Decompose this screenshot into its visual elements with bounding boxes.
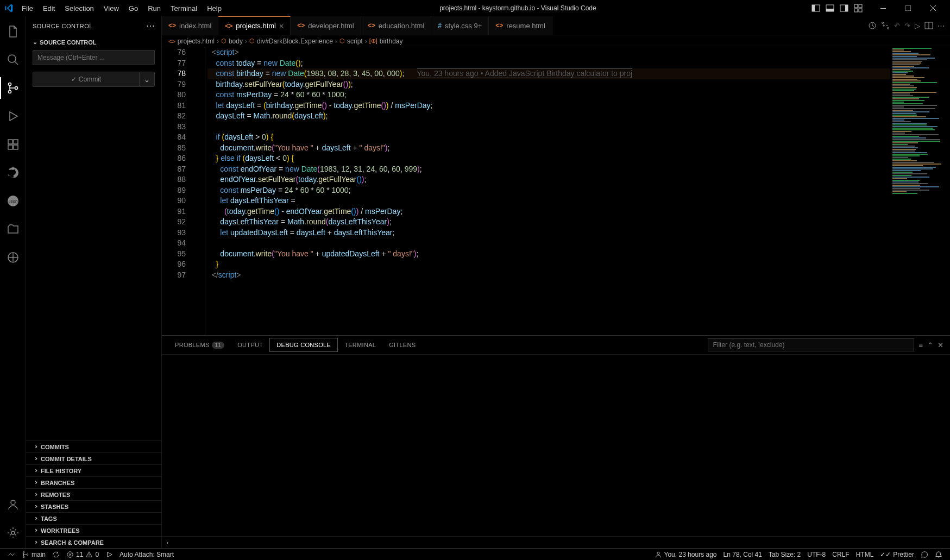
split-editor-icon[interactable] — [924, 21, 933, 30]
close-tab-icon[interactable]: × — [279, 22, 284, 30]
code-line-85[interactable]: document.write("You have " + daysLeft + … — [207, 143, 950, 154]
cursor-position-status[interactable]: Ln 78, Col 41 — [720, 551, 765, 558]
maximize-button[interactable] — [896, 0, 921, 16]
minimap[interactable] — [890, 47, 950, 335]
code-line-83[interactable] — [207, 122, 950, 133]
layout-panel-icon[interactable] — [824, 2, 836, 14]
code-line-79[interactable]: birthday.setFullYear(today.getFullYear()… — [207, 79, 950, 90]
github-icon[interactable] — [0, 162, 26, 184]
git-branch-status[interactable]: main — [18, 551, 49, 558]
notifications-icon[interactable] — [932, 551, 946, 558]
run-debug-icon[interactable] — [0, 105, 26, 127]
scm-section-search-compare[interactable]: ⌄SEARCH & COMPARE — [26, 536, 161, 548]
scm-provider-header[interactable]: ⌄ SOURCE CONTROL — [26, 37, 161, 47]
prev-change-icon[interactable]: ↶ — [894, 22, 900, 30]
code-line-92[interactable]: daysLeftThisYear = Math.round(daysLeftTh… — [207, 217, 950, 228]
breadcrumb-item[interactable]: ⬡script — [339, 37, 363, 45]
commit-button[interactable]: ✓ Commit — [33, 72, 140, 87]
breadcrumb-item[interactable]: [⊕]birthday — [369, 37, 403, 45]
scm-section-tags[interactable]: ⌄TAGS — [26, 512, 161, 524]
scm-section-stashes[interactable]: ⌄STASHES — [26, 500, 161, 512]
debug-console-body[interactable] — [162, 355, 950, 536]
code-line-76[interactable]: <script> — [207, 47, 950, 58]
menu-view[interactable]: View — [99, 2, 123, 15]
debug-input-prompt[interactable]: › — [162, 536, 950, 548]
breadcrumb-item[interactable]: ⬡div#DarkBlock.Experience — [249, 37, 333, 45]
code-line-82[interactable]: daysLeft = Math.round(daysLeft); — [207, 111, 950, 122]
customize-layout-icon[interactable] — [852, 2, 864, 14]
code-line-87[interactable]: const endOfYear = new Date(1983, 12, 31,… — [207, 164, 950, 175]
panel-tab-problems[interactable]: PROBLEMS11 — [168, 338, 231, 351]
layout-secondary-sidebar-icon[interactable] — [838, 2, 850, 14]
search-icon[interactable] — [0, 49, 26, 71]
tab-index-html[interactable]: <>index.html — [162, 16, 218, 35]
debug-filter-input[interactable] — [708, 338, 914, 351]
scm-section-remotes[interactable]: ⌄REMOTES — [26, 488, 161, 500]
commit-message-input[interactable] — [33, 50, 155, 65]
code-line-94[interactable] — [207, 238, 950, 249]
minimize-button[interactable] — [871, 0, 896, 16]
panel-tab-gitlens[interactable]: GITLENS — [382, 338, 422, 351]
blame-status[interactable]: You, 23 hours ago — [651, 551, 720, 558]
code-line-89[interactable]: const msPerDay = 24 * 60 * 60 * 1000; — [207, 185, 950, 196]
code-line-80[interactable]: const msPerDay = 24 * 60 * 60 * 1000; — [207, 90, 950, 100]
code-line-81[interactable]: let daysLeft = (birthday.getTime() - tod… — [207, 100, 950, 111]
diff-icon[interactable] — [881, 21, 890, 30]
code-line-91[interactable]: (today.getTime() - endOfYear.getTime()) … — [207, 206, 950, 217]
scm-section-commit-details[interactable]: ⌄COMMIT DETAILS — [26, 452, 161, 464]
tab-education-html[interactable]: <>education.html — [361, 16, 432, 35]
scm-section-file-history[interactable]: ⌄FILE HISTORY — [26, 464, 161, 476]
panel-tab-terminal[interactable]: TERMINAL — [338, 338, 382, 351]
menu-run[interactable]: Run — [143, 2, 165, 15]
layout-primary-sidebar-icon[interactable] — [810, 2, 822, 14]
extensions-icon[interactable] — [0, 134, 26, 155]
code-line-93[interactable]: let updatedDaysLeft = daysLeft + daysLef… — [207, 228, 950, 238]
auto-attach-status[interactable]: Auto Attach: Smart — [116, 551, 177, 558]
project-manager-icon[interactable] — [0, 218, 26, 240]
scm-section-branches[interactable]: ⌄BRANCHES — [26, 476, 161, 488]
debug-status[interactable] — [102, 551, 116, 558]
panel-tab-output[interactable]: OUTPUT — [231, 338, 269, 351]
settings-gear-icon[interactable] — [0, 522, 26, 544]
menu-terminal[interactable]: Terminal — [166, 2, 202, 15]
code-line-88[interactable]: endOfYear.setFullYear(today.getFullYear(… — [207, 174, 950, 185]
tab-developer-html[interactable]: <>developer.html — [291, 16, 361, 35]
menu-selection[interactable]: Selection — [60, 2, 98, 15]
remote-indicator[interactable] — [4, 551, 18, 558]
commit-dropdown-button[interactable]: ⌄ — [140, 72, 155, 87]
next-change-icon[interactable]: ↷ — [904, 22, 910, 30]
tab-resume-html[interactable]: <>resume.html — [489, 16, 552, 35]
more-actions-icon[interactable]: ⋯ — [938, 22, 945, 30]
sidebar-more-icon[interactable]: ⋯ — [146, 21, 155, 31]
feedback-icon[interactable] — [917, 551, 932, 558]
scm-section-worktrees[interactable]: ⌄WORKTREES — [26, 524, 161, 536]
prettier-status[interactable]: ✓✓ Prettier — [877, 551, 917, 558]
source-control-icon[interactable] — [0, 77, 26, 99]
code-line-84[interactable]: if (daysLeft > 0) { — [207, 132, 950, 143]
tab-size-status[interactable]: Tab Size: 2 — [765, 551, 804, 558]
menu-help[interactable]: Help — [203, 2, 226, 15]
tab-projects-html[interactable]: <>projects.html× — [218, 16, 291, 35]
code-line-96[interactable]: } — [207, 259, 950, 270]
scm-section-commits[interactable]: ⌄COMMITS — [26, 441, 161, 452]
problems-status[interactable]: 11 0 — [63, 551, 102, 558]
collapse-panel-icon[interactable]: ⌃ — [927, 341, 933, 349]
run-icon[interactable]: ▷ — [915, 22, 920, 30]
eol-status[interactable]: CRLF — [829, 551, 852, 558]
close-panel-icon[interactable]: ✕ — [938, 341, 943, 349]
accounts-icon[interactable] — [0, 494, 26, 515]
timeline-icon[interactable] — [868, 21, 877, 30]
code-line-97[interactable]: </script> — [207, 270, 950, 281]
breadcrumb-item[interactable]: <>projects.html — [168, 37, 215, 45]
code-line-90[interactable]: let daysLeftThisYear = — [207, 196, 950, 206]
tab-style-css[interactable]: #style.css 9+ — [431, 16, 489, 35]
menu-edit[interactable]: Edit — [39, 2, 59, 15]
code-line-78[interactable]: const birthday = new Date(1983, 08, 28, … — [207, 68, 950, 79]
code-line-95[interactable]: document.write("You have " + updatedDays… — [207, 249, 950, 260]
live-share-icon[interactable] — [0, 247, 26, 268]
code-editor[interactable]: 7677787980818283848586878889909192939495… — [162, 47, 950, 335]
encoding-status[interactable]: UTF-8 — [804, 551, 829, 558]
explorer-icon[interactable] — [0, 21, 26, 42]
code-line-86[interactable]: } else if (daysLeft < 0) { — [207, 153, 950, 164]
menu-go[interactable]: Go — [124, 2, 142, 15]
